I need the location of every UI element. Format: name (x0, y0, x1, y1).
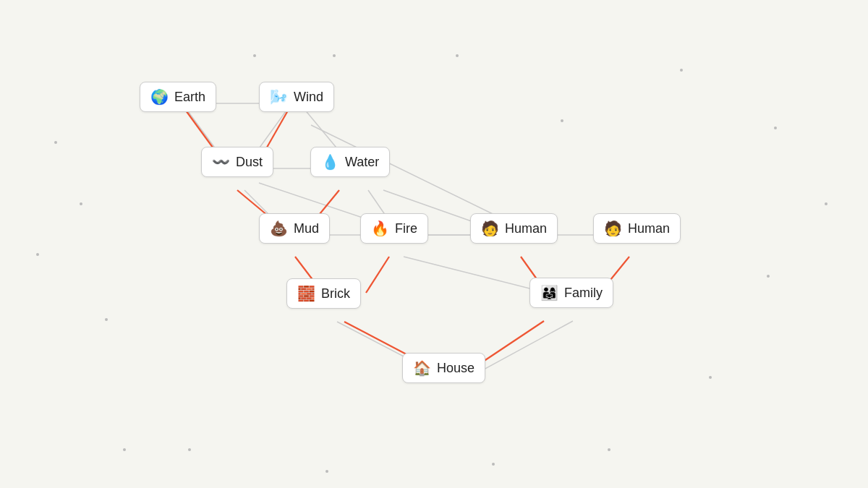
craft-node-human2[interactable]: 🧑Human (593, 213, 681, 244)
earth-emoji: 🌍 (150, 88, 169, 106)
craft-node-mud[interactable]: 💩Mud (259, 213, 330, 244)
decorative-dot (80, 202, 82, 205)
mud-emoji: 💩 (270, 220, 288, 237)
brick-emoji: 🧱 (297, 285, 315, 302)
water-emoji: 💧 (321, 153, 339, 171)
craft-node-family[interactable]: 👨‍👩‍👧Family (529, 278, 613, 308)
decorative-dot (326, 470, 328, 473)
house-emoji: 🏠 (413, 359, 431, 377)
house-label: House (437, 361, 475, 376)
connections-svg (0, 0, 868, 488)
decorative-dot (188, 448, 191, 451)
dust-emoji: 〰️ (212, 153, 230, 171)
human2-label: Human (628, 221, 670, 236)
craft-node-wind[interactable]: 🌬️Wind (259, 82, 334, 112)
human2-emoji: 🧑 (604, 220, 622, 237)
svg-line-13 (475, 321, 573, 374)
water-label: Water (345, 155, 379, 170)
wind-emoji: 🌬️ (270, 88, 288, 106)
decorative-dot (253, 54, 256, 57)
family-emoji: 👨‍👩‍👧 (540, 284, 558, 301)
decorative-dot (767, 275, 770, 278)
craft-node-fire[interactable]: 🔥Fire (360, 213, 428, 244)
decorative-dot (709, 376, 712, 379)
decorative-dot (492, 463, 495, 466)
decorative-dot (825, 202, 827, 205)
dust-label: Dust (236, 155, 263, 170)
craft-node-human1[interactable]: 🧑Human (470, 213, 558, 244)
family-label: Family (564, 286, 603, 301)
craft-node-water[interactable]: 💧Water (310, 147, 390, 177)
fire-label: Fire (395, 221, 417, 236)
wind-label: Wind (294, 90, 323, 105)
human1-emoji: 🧑 (481, 220, 499, 237)
brick-label: Brick (321, 286, 350, 301)
decorative-dot (608, 448, 610, 451)
svg-line-21 (366, 257, 389, 293)
decorative-dot (105, 318, 108, 321)
human1-label: Human (505, 221, 547, 236)
decorative-dot (456, 54, 459, 57)
craft-node-dust[interactable]: 〰️Dust (201, 147, 273, 177)
decorative-dot (561, 119, 563, 122)
craft-node-house[interactable]: 🏠House (402, 353, 485, 383)
decorative-dot (774, 127, 777, 129)
mud-label: Mud (294, 221, 319, 236)
decorative-dot (333, 54, 336, 57)
craft-node-brick[interactable]: 🧱Brick (286, 278, 361, 309)
decorative-dot (123, 448, 126, 451)
earth-label: Earth (174, 90, 205, 105)
craft-node-earth[interactable]: 🌍Earth (140, 82, 216, 112)
decorative-dot (54, 141, 57, 144)
decorative-dot (36, 253, 39, 256)
decorative-dot (680, 69, 683, 72)
fire-emoji: 🔥 (371, 220, 389, 237)
